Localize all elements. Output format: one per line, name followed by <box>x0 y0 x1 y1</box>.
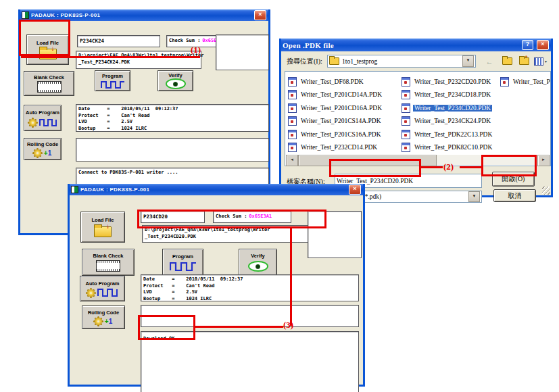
file-item[interactable]: Writer_Test_PDK82C10.PDK <box>402 141 493 155</box>
pdk-file-icon <box>402 77 410 87</box>
gear-icon <box>87 289 95 297</box>
pdk-file-icon <box>288 143 297 152</box>
pdk-file-icon <box>288 130 297 139</box>
app-icon <box>71 186 78 193</box>
red-arrow-icon: ↓ <box>51 45 55 52</box>
open-folder-icon: ↓ <box>39 49 57 59</box>
waveform-icon <box>101 80 125 89</box>
dialog-body: 搜尋位置(I): 1to1_testprog ▼ ← ↑ * ▼ Writer_… <box>281 51 551 195</box>
gear-icon <box>29 119 37 126</box>
pdk-file-icon <box>402 143 410 152</box>
pdk-file-icon <box>500 77 509 87</box>
file-item[interactable]: Writer_Test_P234CD18.PDK <box>402 89 493 102</box>
blank-check-button[interactable]: Blank Check <box>24 71 74 96</box>
open-button[interactable]: 開啟(O) <box>492 172 535 187</box>
rolling-code-button[interactable]: Rolling Code +1 <box>82 305 125 329</box>
file-item[interactable]: Writer_Test_P232CD20.PDK <box>402 75 493 89</box>
title-bar[interactable]: PADAUK : PDK83S-P-001 × <box>70 184 363 195</box>
pdk-file-icon <box>402 90 410 99</box>
file-column-2: Writer_Test_P232CD20.PDK Writer_Test_P23… <box>402 75 493 154</box>
folder-icon <box>329 57 339 65</box>
close-icon[interactable]: × <box>537 40 549 50</box>
auto-program-button[interactable]: Auto Program <box>80 276 125 301</box>
close-icon[interactable]: × <box>254 10 266 20</box>
close-icon[interactable]: × <box>349 185 361 195</box>
pdk-file-icon <box>288 116 297 126</box>
open-folder-icon: ↓ <box>94 226 112 237</box>
pdk-file-icon <box>402 130 410 139</box>
pdk-file-icon <box>288 77 297 87</box>
pdk-file-icon <box>402 116 410 126</box>
scroll-left-icon[interactable]: ◄ <box>286 155 298 166</box>
file-path-box: D:\project\FAE_QnA\83Wr\1to1_testprog\Wr… <box>142 225 325 243</box>
title-bar[interactable]: PADAUK : PDK83S-P-001 × <box>20 9 268 21</box>
scroll-right-icon[interactable]: ► <box>537 155 550 166</box>
blank-check-button[interactable]: Blank Check <box>82 249 135 276</box>
window-title: PADAUK : PDK83S-P-001 <box>31 12 100 18</box>
file-list[interactable]: Writer_Test_DF68.PDK Writer_Test_P201CD1… <box>285 71 551 166</box>
checksum-box: Check Sum : 0x65E3A1 <box>213 211 291 223</box>
gear-icon <box>34 149 41 157</box>
auto-program-button[interactable]: Auto Program <box>24 105 62 131</box>
device-name-field: P234CD20 <box>141 211 205 223</box>
device-name-field: P234CK24 <box>77 35 160 47</box>
file-column-3: Writer_Test_P <box>500 75 552 89</box>
file-item[interactable]: Writer_Test_P <box>500 75 552 89</box>
look-in-combobox[interactable]: 1to1_testprog ▼ <box>327 55 476 68</box>
waveform-icon <box>97 289 118 297</box>
file-item[interactable]: Writer_Test_P201CD14A.PDK <box>288 89 383 102</box>
open-pdk-dialog: Open .PDK file ? × 搜尋位置(I): 1to1_testpro… <box>279 39 553 197</box>
new-folder-icon[interactable]: * <box>516 55 530 67</box>
chip-icon <box>37 81 62 93</box>
views-icon[interactable]: ▼ <box>534 55 548 67</box>
verify-button[interactable]: Verify <box>157 70 193 91</box>
file-item-selected[interactable]: Writer_Test_P234CD20.PDK <box>402 101 493 115</box>
pdk-file-icon <box>288 90 297 99</box>
writer-window-bottom: PADAUK : PDK83S-P-001 × Load File ↓ P234… <box>68 184 365 387</box>
file-item[interactable]: Writer_Test_P232CD14.PDK <box>288 141 383 155</box>
rolling-code-box <box>141 305 359 327</box>
device-info-box: Date = 2010/05/11 09:12:37 Protect = Can… <box>76 104 269 132</box>
file-item[interactable]: Writer_Test_P201CS14A.PDK <box>288 115 383 128</box>
pdk-file-icon <box>288 103 297 113</box>
cancel-button[interactable]: 取消 <box>493 189 536 202</box>
eye-icon <box>166 78 186 89</box>
file-path-box: D:\project\FAE_QnA\83Wr\1to1_testprog\Wr… <box>76 51 201 69</box>
device-info-box: Date = 2010/05/11 09:12:37 Protect = Can… <box>141 274 359 301</box>
waveform-icon <box>170 262 197 271</box>
file-item[interactable]: Writer_Test_PDK22C13.PDK <box>402 128 493 141</box>
file-item[interactable]: Writer_Test_DF68.PDK <box>288 75 383 89</box>
resize-grip[interactable] <box>542 187 550 195</box>
scrollbar-thumb[interactable] <box>298 155 437 166</box>
checksum-label: Check Sum : <box>216 214 247 220</box>
dialog-title-bar[interactable]: Open .PDK file ? × <box>281 39 551 51</box>
checksum-label: Check Sum : <box>169 38 200 45</box>
current-folder: 1to1_testprog <box>342 58 460 65</box>
gear-icon <box>95 318 102 325</box>
file-item[interactable]: Writer_Test_P201CD16A.PDK <box>288 101 383 115</box>
back-icon[interactable]: ← <box>483 55 496 67</box>
file-item[interactable]: Writer_Test_P234CK24.PDK <box>402 115 493 128</box>
waveform-icon <box>39 119 57 126</box>
verify-button[interactable]: Verify <box>239 249 277 276</box>
up-folder-icon[interactable]: ↑ <box>499 55 512 67</box>
app-icon <box>22 11 29 19</box>
rolling-code-box <box>76 138 269 162</box>
pdk-file-icon <box>402 103 410 113</box>
program-button[interactable]: Program <box>95 70 130 91</box>
status-log-box: Download OK <box>141 331 359 392</box>
look-in-label: 搜尋位置(I): <box>287 57 322 66</box>
window-title: PADAUK : PDK83S-P-001 <box>80 187 149 193</box>
checksum-value: 0x65E3A1 <box>249 214 272 220</box>
chevron-down-icon[interactable]: ▼ <box>462 55 474 67</box>
chevron-down-icon[interactable]: ▼ <box>468 191 480 202</box>
rolling-code-button[interactable]: Rolling Code +1 <box>24 138 62 160</box>
horizontal-scrollbar[interactable]: ◄ ► <box>286 155 550 165</box>
file-item[interactable]: Writer_Test_P201CS16A.PDK <box>288 128 383 141</box>
load-file-button[interactable]: Load File ↓ <box>80 212 125 243</box>
program-button[interactable]: Program <box>162 249 203 276</box>
dialog-title: Open .PDK file <box>283 41 334 49</box>
load-file-button[interactable]: Load File ↓ <box>26 34 69 65</box>
help-icon[interactable]: ? <box>522 40 533 50</box>
file-column-1: Writer_Test_DF68.PDK Writer_Test_P201CD1… <box>288 75 383 154</box>
